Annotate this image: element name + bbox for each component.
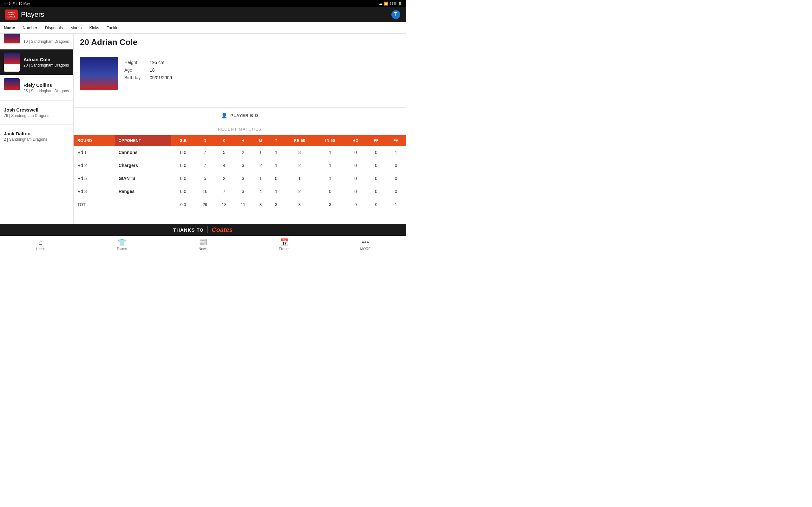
nav-teams[interactable]: 👕 Teams [81,239,162,250]
cell-h-2: 3 [234,172,252,185]
main-container: 10 | Sandringham Dragons Adrian Cole 20 … [0,34,406,224]
status-right: ☁ 📶 53% 🔋 [379,2,402,6]
cell-m-0: 1 [252,146,269,159]
player-avatar-partial [4,34,20,49]
cell-ff-3: 0 [366,185,386,199]
cell-opponent-2: GIANTS [115,172,171,185]
th-m: M [252,135,269,146]
tot-cell-round: TOT [73,198,115,211]
player-item-jack-dalton[interactable]: Jack Dalton 2 | Sandringham Dragons [0,124,73,148]
cell-in50-2: 1 [316,172,345,185]
player-detail-title-area: 20 Adrian Cole [73,34,406,52]
header-left: Coates TALENT LEAGUE Players [5,9,44,20]
info-row-height: Height 195 cm [124,60,400,65]
cell-d-3: 10 [195,185,215,199]
cell-t-1: 1 [269,159,283,172]
fixture-icon: 📅 [280,239,289,246]
telstra-logo-container: T [391,9,401,20]
cell-ff-1: 0 [366,159,386,172]
th-re50: RE 50 [284,135,316,146]
cell-m-1: 2 [252,159,269,172]
cell-ho-0: 0 [345,146,366,159]
teams-icon: 👕 [118,239,126,246]
signal-icon: 📶 [384,2,388,6]
news-icon: 📰 [199,239,207,246]
cell-k-0: 5 [215,146,234,159]
player-meta-3: 76 | Sandringham Dragons [4,113,69,118]
nav-more[interactable]: ••• MORE [325,239,406,250]
th-k: K [215,135,234,146]
more-icon: ••• [362,239,369,246]
app-header: Coates TALENT LEAGUE Players T [0,7,406,22]
th-d: D [195,135,215,146]
cell-gb-1: 0.0 [171,159,195,172]
matches-row-0: Rd 1Cannons0.07521131001 [73,146,406,159]
player-item-riely-collins[interactable]: Riely Collins 35 | Sandringham Dragons [0,75,73,101]
cell-re50-3: 2 [284,185,316,199]
col-header-name[interactable]: Name [0,22,19,33]
cell-in50-3: 0 [316,185,345,199]
th-round: ROUND [73,135,115,146]
cell-d-1: 7 [195,159,215,172]
tot-cell-k: 18 [215,198,234,211]
cell-opponent-3: Ranges [115,185,171,199]
matches-table: ROUND OPPONENT G.B D K H M T RE 50 IN 50… [73,135,406,211]
col-header-number[interactable]: Number [19,22,41,33]
cell-fa-3: 0 [386,185,406,199]
birthday-label: Birthday [124,75,150,80]
column-headers: Name Number Disposals Marks Kicks Tackle… [0,22,406,34]
cell-k-1: 4 [215,159,234,172]
tot-cell-fa: 1 [386,198,406,211]
col-header-disposals[interactable]: Disposals [41,22,67,33]
matches-row-2: Rd 5GIANTS0.05231011000 [73,172,406,185]
cell-round-0: Rd 1 [73,146,115,159]
player-detail-header: Height 195 cm Age 18 Birthday 05/01/2006 [73,52,406,108]
cell-re50-2: 1 [284,172,316,185]
col-header-kicks[interactable]: Kicks [85,22,103,33]
nav-news-label: News [199,247,207,250]
matches-tot-row: TOT0.02918118383001 [73,198,406,211]
cell-gb-0: 0.0 [171,146,195,159]
player-name-3: Josh Cresswell [4,107,69,112]
cell-opponent-1: Chargers [115,159,171,172]
player-avatar-1 [4,53,20,72]
cell-in50-0: 1 [316,146,345,159]
cell-m-2: 1 [252,172,269,185]
nav-news[interactable]: 📰 News [162,239,244,250]
cell-ho-2: 0 [345,172,366,185]
col-header-marks[interactable]: Marks [67,22,85,33]
cell-gb-3: 0.0 [171,185,195,199]
info-row-age: Age 18 [124,67,400,72]
cell-in50-1: 1 [316,159,345,172]
player-info-2: Riely Collins 35 | Sandringham Dragons [23,82,69,93]
nav-fixture-label: Fixture [279,247,290,250]
bio-btn-label: PLAYER BIO [230,113,258,118]
player-detail-info: Height 195 cm Age 18 Birthday 05/01/2006 [124,57,400,83]
player-item-partial[interactable]: 10 | Sandringham Dragons [0,34,73,49]
partial-meta: 10 | Sandringham Dragons [23,39,69,44]
player-item-adrian-cole[interactable]: Adrian Cole 20 | Sandringham Dragons [0,49,73,75]
cell-k-3: 7 [215,185,234,199]
thanks-text: THANKS TO [173,227,204,233]
player-bio-button[interactable]: 👤 PLAYER BIO [73,108,406,123]
bottom-banner: THANKS TO Coates [0,224,406,236]
battery-icon: 🔋 [398,2,402,6]
player-item-josh-cresswell[interactable]: Josh Cresswell 76 | Sandringham Dragons [0,101,73,124]
player-info-3: Josh Cresswell 76 | Sandringham Dragons [4,104,69,121]
nav-home[interactable]: ⌂ Home [0,239,81,250]
cell-m-3: 4 [252,185,269,199]
cell-h-0: 2 [234,146,252,159]
cell-round-3: Rd 3 [73,185,115,199]
matches-row-1: Rd 2Chargers0.07432121000 [73,159,406,172]
status-bar: 4:43 Fri, 10 May ☁ 📶 53% 🔋 [0,0,406,7]
cell-gb-2: 0.0 [171,172,195,185]
cell-ho-3: 0 [345,185,366,199]
age-label: Age [124,67,150,72]
col-header-tackles[interactable]: Tackles [103,22,124,33]
battery-text: 53% [390,2,397,5]
player-name-1: Adrian Cole [23,57,69,62]
player-list: 10 | Sandringham Dragons Adrian Cole 20 … [0,34,73,224]
cell-round-2: Rd 5 [73,172,115,185]
tot-cell-t: 3 [269,198,283,211]
nav-fixture[interactable]: 📅 Fixture [244,239,325,250]
